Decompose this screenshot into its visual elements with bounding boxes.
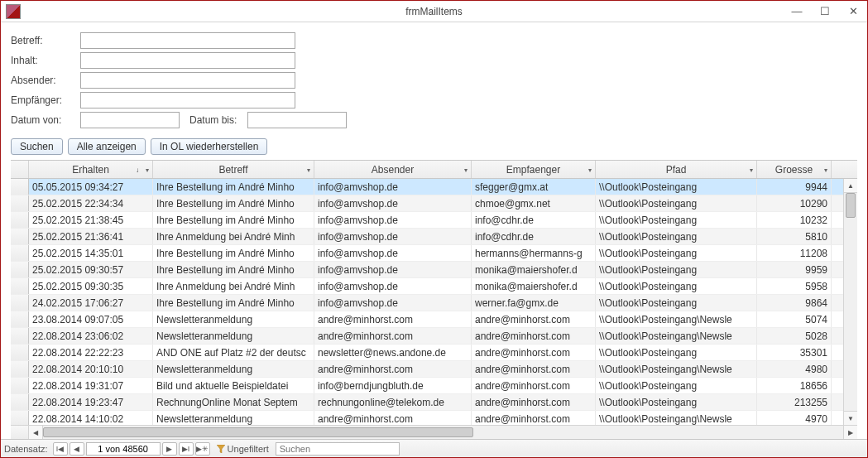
- cell-betreff: Newsletteranmeldung: [153, 328, 314, 344]
- funnel-icon: [217, 445, 225, 453]
- nav-position[interactable]: [86, 442, 161, 456]
- cell-pfad: \\Outlook\Posteingang: [596, 262, 757, 277]
- row-selector[interactable]: [11, 345, 29, 360]
- col-erhalten[interactable]: Erhalten ↓ ▾: [29, 161, 153, 178]
- alle-anzeigen-button[interactable]: Alle anzeigen: [68, 138, 146, 155]
- nav-label: Datensatz:: [4, 444, 48, 454]
- row-selector[interactable]: [11, 378, 29, 393]
- cell-erhalten: 25.02.2015 14:35:01: [29, 245, 153, 261]
- row-selector[interactable]: [11, 245, 29, 261]
- in-ol-wiederherstellen-button[interactable]: In OL wiederherstellen: [151, 138, 268, 155]
- table-row[interactable]: 22.08.2014 20:10:10Newsletteranmeldungan…: [11, 361, 843, 378]
- suchen-button[interactable]: Suchen: [11, 138, 63, 155]
- absender-label: Absender:: [11, 75, 80, 86]
- maximize-button[interactable]: ☐: [811, 2, 839, 22]
- window-controls: — ☐ ✕: [783, 2, 867, 22]
- nav-next-button[interactable]: ▶: [162, 442, 177, 456]
- table-row[interactable]: 22.08.2014 19:23:47RechnungOnline Monat …: [11, 394, 843, 411]
- row-selector[interactable]: [11, 229, 29, 244]
- cell-absender: newsletter@news.andone.de: [314, 345, 472, 360]
- col-pfad-label: Pfad: [666, 164, 687, 176]
- inhalt-input[interactable]: [80, 52, 295, 69]
- cell-empfaenger: andre@minhorst.com: [472, 311, 596, 327]
- betreff-label: Betreff:: [11, 35, 80, 46]
- grid-body[interactable]: 05.05.2015 09:34:27Ihre Bestellung im An…: [11, 179, 843, 425]
- table-row[interactable]: 22.08.2014 14:10:02Newsletteranmeldungan…: [11, 411, 843, 425]
- cell-pfad: \\Outlook\Posteingang\Newsle: [596, 361, 757, 377]
- row-selector[interactable]: [11, 195, 29, 211]
- row-selector[interactable]: [11, 328, 29, 344]
- row-selector-header[interactable]: [11, 161, 29, 178]
- chevron-down-icon[interactable]: ▾: [464, 166, 468, 173]
- row-selector[interactable]: [11, 311, 29, 327]
- cell-betreff: Ihre Anmeldung bei André Minh: [153, 229, 314, 244]
- row-selector[interactable]: [11, 179, 29, 195]
- absender-input[interactable]: [80, 72, 295, 89]
- vertical-scrollbar[interactable]: ▲ ▼: [843, 179, 857, 425]
- datum-bis-label: Datum bis:: [189, 114, 247, 126]
- table-row[interactable]: 22.08.2014 23:06:02Newsletteranmeldungan…: [11, 328, 843, 345]
- scroll-left-icon[interactable]: ◀: [29, 426, 43, 439]
- col-groesse[interactable]: Groesse ▾: [757, 161, 832, 178]
- hscroll-thumb[interactable]: [43, 427, 473, 437]
- nav-new-button[interactable]: ▶✳: [195, 442, 210, 456]
- cell-empfaenger: werner.fa@gmx.de: [472, 295, 596, 311]
- cell-pfad: \\Outlook\Posteingang: [596, 195, 757, 211]
- close-button[interactable]: ✕: [839, 2, 867, 22]
- row-selector[interactable]: [11, 212, 29, 228]
- table-row[interactable]: 24.02.2015 17:06:27Ihre Bestellung im An…: [11, 295, 843, 311]
- table-row[interactable]: 25.02.2015 22:34:34Ihre Bestellung im An…: [11, 195, 843, 212]
- table-row[interactable]: 22.08.2014 19:31:07Bild und aktuelle Bei…: [11, 378, 843, 394]
- empfaenger-label: Empfänger:: [11, 94, 80, 106]
- cell-erhalten: 22.08.2014 23:06:02: [29, 328, 153, 344]
- nav-search-input[interactable]: [276, 442, 400, 456]
- cell-absender: info@amvshop.de: [314, 245, 472, 261]
- horizontal-scrollbar[interactable]: ◀ ▶: [29, 426, 857, 439]
- col-pfad[interactable]: Pfad ▾: [596, 161, 757, 178]
- nav-first-button[interactable]: I◀: [53, 442, 68, 456]
- nav-last-button[interactable]: ▶I: [179, 442, 194, 456]
- col-absender[interactable]: Absender ▾: [314, 161, 472, 178]
- empfaenger-input[interactable]: [80, 92, 295, 108]
- row-selector[interactable]: [11, 278, 29, 294]
- cell-groesse: 10232: [757, 212, 832, 228]
- cell-groesse: 11208: [757, 245, 832, 261]
- chevron-down-icon[interactable]: ▾: [750, 166, 753, 173]
- datum-bis-input[interactable]: [247, 112, 347, 128]
- chevron-down-icon[interactable]: ▾: [824, 166, 827, 173]
- table-row[interactable]: 25.02.2015 09:30:57Ihre Bestellung im An…: [11, 262, 843, 278]
- cell-betreff: Ihre Bestellung im André Minho: [153, 212, 314, 228]
- scroll-thumb[interactable]: [846, 193, 856, 218]
- row-selector[interactable]: [11, 361, 29, 377]
- table-row[interactable]: 25.02.2015 21:36:41Ihre Anmeldung bei An…: [11, 229, 843, 245]
- row-selector[interactable]: [11, 394, 29, 410]
- minimize-button[interactable]: —: [783, 2, 811, 22]
- betreff-input[interactable]: [80, 32, 295, 49]
- chevron-down-icon[interactable]: ▾: [588, 166, 592, 173]
- row-selector[interactable]: [11, 295, 29, 311]
- table-row[interactable]: 22.08.2014 22:22:23AND ONE auf Platz #2 …: [11, 345, 843, 361]
- table-row[interactable]: 25.02.2015 21:38:45Ihre Bestellung im An…: [11, 212, 843, 229]
- scroll-up-icon[interactable]: ▲: [844, 179, 857, 193]
- cell-pfad: \\Outlook\Posteingang\Newsle: [596, 411, 757, 425]
- grid-header: Erhalten ↓ ▾ Betreff ▾ Absender ▾ Empfae…: [11, 161, 857, 179]
- table-row[interactable]: 23.08.2014 09:07:05Newsletteranmeldungan…: [11, 311, 843, 328]
- scroll-down-icon[interactable]: ▼: [844, 411, 857, 425]
- table-row[interactable]: 25.02.2015 09:30:35Ihre Anmeldung bei An…: [11, 278, 843, 295]
- col-betreff[interactable]: Betreff ▾: [153, 161, 314, 178]
- scroll-right-icon[interactable]: ▶: [843, 426, 857, 439]
- chevron-down-icon[interactable]: ▾: [146, 166, 149, 173]
- datum-von-input[interactable]: [80, 112, 180, 128]
- cell-absender: info@amvshop.de: [314, 262, 472, 277]
- chevron-down-icon[interactable]: ▾: [307, 166, 310, 173]
- row-selector[interactable]: [11, 411, 29, 425]
- col-empfaenger[interactable]: Empfaenger ▾: [472, 161, 596, 178]
- cell-betreff: Bild und aktuelle Beispieldatei: [153, 378, 314, 393]
- table-row[interactable]: 05.05.2015 09:34:27Ihre Bestellung im An…: [11, 179, 843, 195]
- cell-pfad: \\Outlook\Posteingang: [596, 278, 757, 294]
- table-row[interactable]: 25.02.2015 14:35:01Ihre Bestellung im An…: [11, 245, 843, 262]
- nav-prev-button[interactable]: ◀: [70, 442, 84, 456]
- row-selector[interactable]: [11, 262, 29, 277]
- cell-groesse: 4980: [757, 361, 832, 377]
- nav-filter-indicator[interactable]: Ungefiltert: [217, 444, 269, 454]
